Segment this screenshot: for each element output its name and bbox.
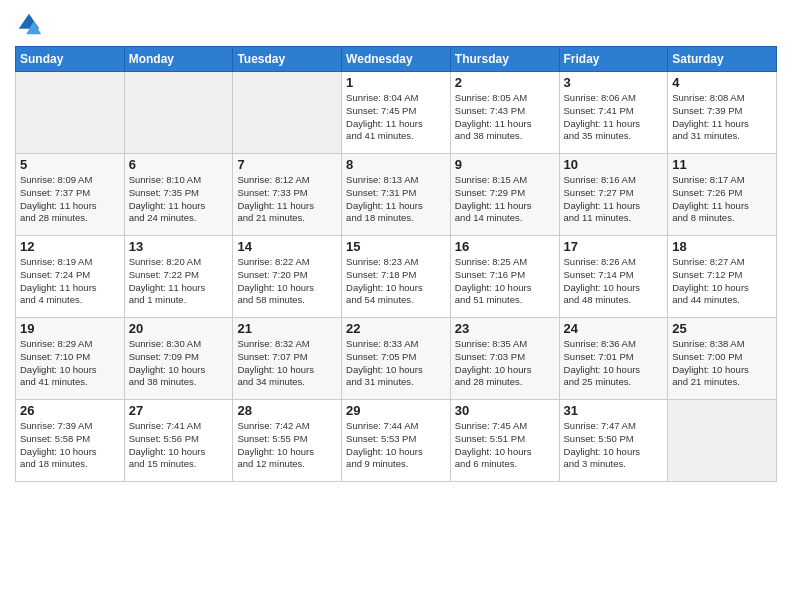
day-number: 16 [455,239,555,254]
day-info: Sunrise: 7:47 AM Sunset: 5:50 PM Dayligh… [564,420,664,471]
day-number: 22 [346,321,446,336]
day-info: Sunrise: 8:23 AM Sunset: 7:18 PM Dayligh… [346,256,446,307]
day-info: Sunrise: 8:27 AM Sunset: 7:12 PM Dayligh… [672,256,772,307]
day-number: 13 [129,239,229,254]
logo [15,10,47,38]
day-info: Sunrise: 7:42 AM Sunset: 5:55 PM Dayligh… [237,420,337,471]
calendar-cell: 9Sunrise: 8:15 AM Sunset: 7:29 PM Daylig… [450,154,559,236]
day-info: Sunrise: 8:13 AM Sunset: 7:31 PM Dayligh… [346,174,446,225]
calendar-cell: 12Sunrise: 8:19 AM Sunset: 7:24 PM Dayli… [16,236,125,318]
calendar-cell: 16Sunrise: 8:25 AM Sunset: 7:16 PM Dayli… [450,236,559,318]
day-info: Sunrise: 7:45 AM Sunset: 5:51 PM Dayligh… [455,420,555,471]
calendar-cell: 4Sunrise: 8:08 AM Sunset: 7:39 PM Daylig… [668,72,777,154]
weekday-header-saturday: Saturday [668,47,777,72]
day-number: 29 [346,403,446,418]
day-number: 7 [237,157,337,172]
weekday-header-thursday: Thursday [450,47,559,72]
day-info: Sunrise: 8:20 AM Sunset: 7:22 PM Dayligh… [129,256,229,307]
day-info: Sunrise: 8:09 AM Sunset: 7:37 PM Dayligh… [20,174,120,225]
calendar-cell: 28Sunrise: 7:42 AM Sunset: 5:55 PM Dayli… [233,400,342,482]
day-number: 15 [346,239,446,254]
day-info: Sunrise: 8:15 AM Sunset: 7:29 PM Dayligh… [455,174,555,225]
day-info: Sunrise: 7:44 AM Sunset: 5:53 PM Dayligh… [346,420,446,471]
day-number: 12 [20,239,120,254]
day-info: Sunrise: 8:25 AM Sunset: 7:16 PM Dayligh… [455,256,555,307]
day-info: Sunrise: 8:29 AM Sunset: 7:10 PM Dayligh… [20,338,120,389]
calendar-cell: 17Sunrise: 8:26 AM Sunset: 7:14 PM Dayli… [559,236,668,318]
calendar-cell: 25Sunrise: 8:38 AM Sunset: 7:00 PM Dayli… [668,318,777,400]
calendar-cell: 1Sunrise: 8:04 AM Sunset: 7:45 PM Daylig… [342,72,451,154]
week-row-5: 26Sunrise: 7:39 AM Sunset: 5:58 PM Dayli… [16,400,777,482]
day-info: Sunrise: 8:12 AM Sunset: 7:33 PM Dayligh… [237,174,337,225]
day-info: Sunrise: 8:08 AM Sunset: 7:39 PM Dayligh… [672,92,772,143]
calendar-cell: 18Sunrise: 8:27 AM Sunset: 7:12 PM Dayli… [668,236,777,318]
day-number: 31 [564,403,664,418]
calendar-cell: 22Sunrise: 8:33 AM Sunset: 7:05 PM Dayli… [342,318,451,400]
day-info: Sunrise: 8:19 AM Sunset: 7:24 PM Dayligh… [20,256,120,307]
day-number: 27 [129,403,229,418]
calendar-cell: 23Sunrise: 8:35 AM Sunset: 7:03 PM Dayli… [450,318,559,400]
day-number: 23 [455,321,555,336]
day-number: 6 [129,157,229,172]
calendar-cell: 21Sunrise: 8:32 AM Sunset: 7:07 PM Dayli… [233,318,342,400]
calendar-cell: 20Sunrise: 8:30 AM Sunset: 7:09 PM Dayli… [124,318,233,400]
day-info: Sunrise: 8:26 AM Sunset: 7:14 PM Dayligh… [564,256,664,307]
day-number: 1 [346,75,446,90]
calendar-cell: 31Sunrise: 7:47 AM Sunset: 5:50 PM Dayli… [559,400,668,482]
day-info: Sunrise: 8:22 AM Sunset: 7:20 PM Dayligh… [237,256,337,307]
day-number: 25 [672,321,772,336]
calendar-cell: 10Sunrise: 8:16 AM Sunset: 7:27 PM Dayli… [559,154,668,236]
day-number: 4 [672,75,772,90]
calendar-cell: 11Sunrise: 8:17 AM Sunset: 7:26 PM Dayli… [668,154,777,236]
day-info: Sunrise: 8:05 AM Sunset: 7:43 PM Dayligh… [455,92,555,143]
day-number: 11 [672,157,772,172]
day-number: 26 [20,403,120,418]
calendar-cell: 3Sunrise: 8:06 AM Sunset: 7:41 PM Daylig… [559,72,668,154]
day-number: 19 [20,321,120,336]
calendar-cell: 7Sunrise: 8:12 AM Sunset: 7:33 PM Daylig… [233,154,342,236]
logo-icon [15,10,43,38]
day-number: 3 [564,75,664,90]
week-row-1: 1Sunrise: 8:04 AM Sunset: 7:45 PM Daylig… [16,72,777,154]
day-info: Sunrise: 8:35 AM Sunset: 7:03 PM Dayligh… [455,338,555,389]
calendar-cell: 8Sunrise: 8:13 AM Sunset: 7:31 PM Daylig… [342,154,451,236]
week-row-2: 5Sunrise: 8:09 AM Sunset: 7:37 PM Daylig… [16,154,777,236]
calendar-cell: 5Sunrise: 8:09 AM Sunset: 7:37 PM Daylig… [16,154,125,236]
weekday-header-wednesday: Wednesday [342,47,451,72]
page: SundayMondayTuesdayWednesdayThursdayFrid… [0,0,792,612]
day-number: 2 [455,75,555,90]
calendar-cell: 27Sunrise: 7:41 AM Sunset: 5:56 PM Dayli… [124,400,233,482]
day-number: 8 [346,157,446,172]
day-info: Sunrise: 8:32 AM Sunset: 7:07 PM Dayligh… [237,338,337,389]
day-info: Sunrise: 8:38 AM Sunset: 7:00 PM Dayligh… [672,338,772,389]
day-number: 21 [237,321,337,336]
calendar-cell: 26Sunrise: 7:39 AM Sunset: 5:58 PM Dayli… [16,400,125,482]
day-number: 5 [20,157,120,172]
day-number: 28 [237,403,337,418]
calendar-cell: 14Sunrise: 8:22 AM Sunset: 7:20 PM Dayli… [233,236,342,318]
day-info: Sunrise: 8:17 AM Sunset: 7:26 PM Dayligh… [672,174,772,225]
calendar-cell [668,400,777,482]
day-info: Sunrise: 8:10 AM Sunset: 7:35 PM Dayligh… [129,174,229,225]
day-number: 14 [237,239,337,254]
day-number: 9 [455,157,555,172]
calendar-table: SundayMondayTuesdayWednesdayThursdayFrid… [15,46,777,482]
day-info: Sunrise: 8:06 AM Sunset: 7:41 PM Dayligh… [564,92,664,143]
weekday-header-sunday: Sunday [16,47,125,72]
day-info: Sunrise: 8:04 AM Sunset: 7:45 PM Dayligh… [346,92,446,143]
calendar-cell [16,72,125,154]
weekday-header-monday: Monday [124,47,233,72]
day-number: 30 [455,403,555,418]
calendar-cell: 6Sunrise: 8:10 AM Sunset: 7:35 PM Daylig… [124,154,233,236]
week-row-3: 12Sunrise: 8:19 AM Sunset: 7:24 PM Dayli… [16,236,777,318]
header [15,10,777,38]
weekday-header-row: SundayMondayTuesdayWednesdayThursdayFrid… [16,47,777,72]
day-info: Sunrise: 8:33 AM Sunset: 7:05 PM Dayligh… [346,338,446,389]
day-info: Sunrise: 7:39 AM Sunset: 5:58 PM Dayligh… [20,420,120,471]
day-number: 24 [564,321,664,336]
day-number: 20 [129,321,229,336]
weekday-header-friday: Friday [559,47,668,72]
calendar-cell [233,72,342,154]
calendar-cell: 24Sunrise: 8:36 AM Sunset: 7:01 PM Dayli… [559,318,668,400]
day-number: 18 [672,239,772,254]
